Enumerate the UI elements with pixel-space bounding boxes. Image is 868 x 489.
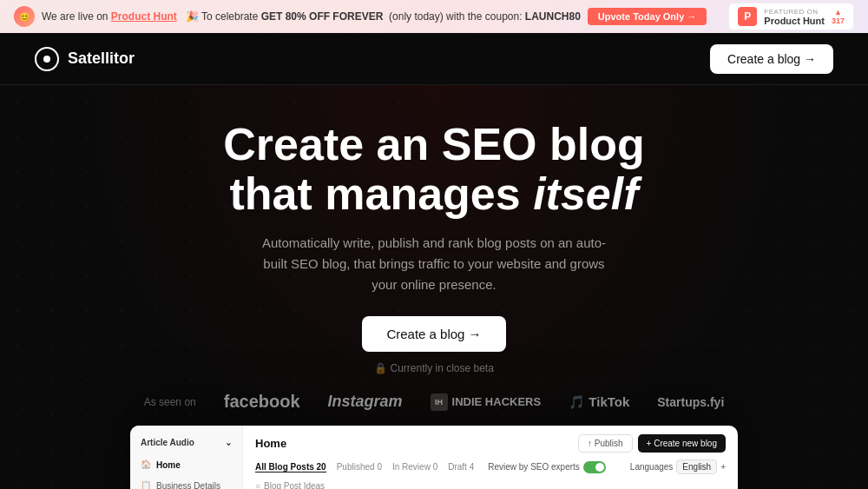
sidebar-item-home[interactable]: 🏠 Home: [130, 454, 242, 475]
logo-text: Satellitor: [68, 50, 135, 68]
brand-facebook: facebook: [224, 392, 300, 412]
tab-in-review[interactable]: In Review 0: [392, 462, 437, 472]
seo-toggle[interactable]: [583, 461, 606, 473]
language-group: Languages English +: [630, 459, 726, 474]
hero-section: Create an SEO blog that manages itself A…: [0, 85, 868, 489]
tab-published[interactable]: Published 0: [337, 462, 382, 472]
coupon-code: LAUNCH80: [525, 10, 581, 23]
dashboard-preview: Article Audio ⌄ 🏠 Home 📋 Business Detail…: [130, 426, 738, 489]
product-hunt-link[interactable]: Product Hunt: [111, 10, 177, 23]
ih-icon: IH: [431, 393, 448, 411]
tab-draft[interactable]: Draft 4: [448, 462, 474, 472]
logo: Satellitor: [35, 47, 135, 71]
logo-inner-dot: [43, 56, 50, 63]
business-icon: 📋: [141, 480, 151, 489]
ph-votes: ▲ 317: [832, 8, 845, 25]
navbar-create-blog-button[interactable]: Create a blog →: [710, 44, 833, 74]
as-seen-row: As seen on facebook Instagram IH INDIE H…: [17, 374, 851, 426]
lang-add-icon[interactable]: +: [720, 462, 726, 472]
upvote-button[interactable]: Upvote Today Only →: [588, 8, 707, 25]
main-actions: ↑ Publish + Create new blog: [578, 434, 726, 453]
ph-name-label: Product Hunt: [764, 16, 825, 26]
ih-label: INDIE HACKERS: [452, 395, 542, 408]
top-banner: 😊 We are live on Product Hunt 🎉 To celeb…: [0, 0, 868, 33]
toggle-dot: [595, 463, 604, 472]
main-header: Home ↑ Publish + Create new blog: [255, 434, 726, 453]
home-icon: 🏠: [141, 459, 151, 470]
brand-startups: Startups.fyi: [657, 395, 724, 409]
brand-tiktok: 🎵 TikTok: [569, 394, 629, 410]
banner-right: P FEATURED ON Product Hunt ▲ 317: [728, 3, 854, 30]
toggle-label: Review by SEO experts: [488, 462, 580, 472]
brand-indiehackers: IH INDIE HACKERS: [431, 393, 542, 411]
seo-experts-toggle-group: Review by SEO experts: [488, 461, 606, 473]
ph-icon: P: [738, 7, 757, 26]
main-title: Home: [255, 437, 286, 450]
ph-count: 317: [832, 17, 845, 25]
deal-text: GET 80% OFF FOREVER: [261, 10, 384, 23]
as-seen-label: As seen on: [144, 396, 196, 408]
tabs-row: All Blog Posts 20 Published 0 In Review …: [255, 459, 726, 474]
brand-instagram: Instagram: [328, 393, 403, 411]
tab-all[interactable]: All Blog Posts 20: [255, 462, 326, 472]
blog-section-label: Blog Post Ideas: [264, 481, 325, 489]
ph-text: FEATURED ON Product Hunt: [764, 8, 825, 26]
create-new-blog-button[interactable]: + Create new blog: [638, 434, 726, 453]
hero-cta-button[interactable]: Create a blog →: [362, 316, 505, 352]
sidebar-home-label: Home: [156, 460, 181, 470]
ph-arrow: ▲: [834, 8, 842, 17]
sidebar-business-label: Business Details: [156, 481, 220, 489]
lang-label: Languages: [630, 462, 674, 472]
navbar: Satellitor Create a blog →: [0, 33, 868, 85]
banner-left: 😊 We are live on Product Hunt 🎉 To celeb…: [14, 6, 707, 27]
blog-section-circle-icon: ○: [255, 481, 260, 489]
sidebar-brand-text: Article Audio: [141, 438, 194, 447]
dashboard-sidebar: Article Audio ⌄ 🏠 Home 📋 Business Detail…: [130, 426, 243, 489]
sidebar-brand: Article Audio ⌄: [130, 434, 242, 454]
logo-icon: [35, 47, 59, 71]
hero-subtitle: Automatically write, publish and rank bl…: [252, 233, 616, 295]
language-select[interactable]: English: [676, 459, 717, 474]
hero-title: Create an SEO blog that manages itself: [17, 120, 851, 219]
sidebar-item-business[interactable]: 📋 Business Details: [130, 475, 242, 489]
beta-note: 🔒 Currently in close beta: [17, 362, 851, 374]
dashboard-main: Home ↑ Publish + Create new blog All Blo…: [243, 426, 738, 489]
ph-badge: P FEATURED ON Product Hunt ▲ 317: [728, 3, 854, 30]
blog-section-header: ○ Blog Post Ideas: [255, 481, 726, 489]
banner-avatar: 😊: [14, 6, 35, 27]
banner-live-text: We are live on Product Hunt 🎉 To celebra…: [42, 10, 581, 23]
ph-featured-label: FEATURED ON: [764, 8, 825, 16]
hero-italic: itself: [533, 169, 638, 219]
sidebar-chevron-icon: ⌄: [225, 438, 232, 447]
publish-button[interactable]: ↑ Publish: [578, 434, 633, 453]
